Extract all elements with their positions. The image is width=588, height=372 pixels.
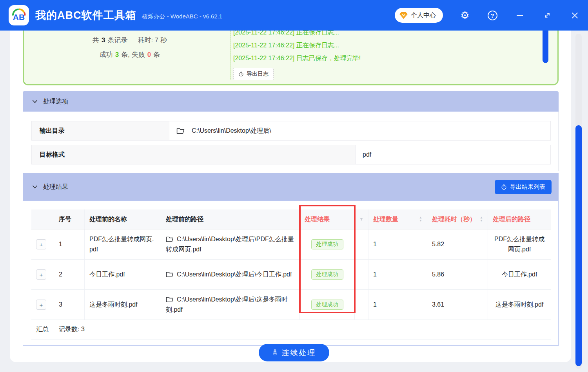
rocket-icon [272,349,278,356]
table-header-row: 序号 处理前的名称 处理前的路径 处理结果 处理数量 ▲▼ 处理耗时（秒） ▲▼… [31,209,551,229]
cell-path-after: 今日工作.pdf [502,269,537,280]
expand-row-button[interactable]: + [36,269,46,280]
cell-path-after: PDF怎么批量转成网页.pdf [493,234,546,255]
chevron-down-icon [32,99,38,104]
header-name-before: 处理前的名称 [85,209,161,229]
results-section-title: 处理结果 [43,183,68,191]
expand-row-button[interactable]: + [36,300,46,310]
export-icon [501,184,507,190]
target-format-row: 目标格式 pdf [31,145,551,164]
cell-path-before: C:\Users\lin\Desktop\处理后\PDF怎么批量转成网页.pdf [166,234,295,255]
cell-name-before: PDF怎么批量转成网页.pdf [89,234,156,255]
app-logo: AB [9,5,29,25]
cell-elapsed: 5.82 [427,229,488,259]
maximize-button[interactable] [539,7,555,23]
vip-gem-icon [399,12,408,19]
minimize-button[interactable] [512,7,528,23]
close-button[interactable] [567,7,583,23]
header-expand [31,209,54,229]
success-prefix: 成功 [100,51,113,58]
app-title: 我的ABC软件工具箱 [35,8,136,22]
cell-funnel-spacer [355,260,368,289]
export-icon [238,71,244,77]
section-header-options[interactable]: 处理选项 [23,91,559,112]
user-center-label: 个人中心 [411,11,436,20]
cell-quantity: 1 [368,229,427,259]
section-header-results[interactable]: 处理结果 导出结果列表 [23,173,559,200]
page-scrollbar-thumb[interactable] [575,125,582,366]
header-elapsed[interactable]: 处理耗时（秒） ▲▼ [427,209,488,229]
status-badge: 处理成功 [311,300,343,310]
process-summary-panel: 共3条记录耗时: 7 秒 成功3条, 失败0条 [2025-11-22 17:4… [23,23,559,85]
table-summary-row: 汇总 记录数: 3 [31,320,551,339]
user-center-button[interactable]: 个人中心 [395,8,443,23]
log-entry: [2025-11-22 17:46:22] 正在保存日志... [233,42,339,50]
total-unit: 条记录 [107,36,127,44]
folder-icon [166,236,174,242]
total-prefix: 共 [93,36,99,44]
cell-funnel-spacer [355,290,368,320]
export-log-button[interactable]: 导出日志 [233,68,274,80]
options-section-title: 处理选项 [43,98,68,106]
log-list: [2025-11-22 17:46:22] 正在保存日志... [2025-11… [233,24,542,84]
summary-label: 汇总 [31,320,54,339]
header-quantity[interactable]: 处理数量 ▲▼ [368,209,427,229]
continue-label: 连续处理 [282,348,316,358]
log-entry: [2025-11-22 17:46:22] 日志已保存，处理完毕! [233,54,361,63]
status-badge: 处理成功 [311,269,343,280]
sort-icon[interactable]: ▲▼ [480,216,483,222]
cell-path-after: 这是冬雨时刻.pdf [495,300,544,310]
tail-unit: 条 [153,51,160,58]
header-index: 序号 [54,209,85,229]
cell-elapsed: 5.86 [427,260,488,289]
status-badge: 处理成功 [311,239,343,249]
export-log-label: 导出日志 [247,70,269,78]
success-count: 3 [115,51,119,58]
header-path-after: 处理后的路径 [488,209,551,229]
titlebar: AB 我的ABC软件工具箱 核烁办公 - WodeABC - v6.62.1 个… [0,0,588,31]
output-dir-value[interactable]: C:\Users\lin\Desktop\处理后\ [169,121,550,140]
expand-row-button[interactable]: + [36,239,46,249]
elapsed-text: 耗时: 7 秒 [138,36,167,44]
cell-name-before: 今日工作.pdf [89,269,125,280]
folder-icon [166,296,174,303]
export-results-button[interactable]: 导出结果列表 [495,180,552,194]
chevron-down-icon [32,184,38,190]
cell-path-before: C:\Users\lin\Desktop\处理后\今日工作.pdf [166,269,292,280]
help-glyph: ? [488,11,497,20]
cell-elapsed: 3.61 [427,290,488,320]
results-table-panel: 序号 处理前的名称 处理前的路径 处理结果 处理数量 ▲▼ 处理耗时（秒） ▲▼… [23,200,559,346]
table-row: + 1 PDF怎么批量转成网页.pdf C:\Users\lin\Desktop… [31,229,551,260]
output-dir-label: 输出目录 [32,121,169,140]
target-format-label: 目标格式 [32,145,355,164]
header-elapsed-label: 处理耗时（秒） [432,215,476,224]
output-dir-path: C:\Users\lin\Desktop\处理后\ [192,127,271,135]
sort-icon[interactable]: ▲▼ [419,216,422,222]
results-table: 序号 处理前的名称 处理前的路径 处理结果 处理数量 ▲▼ 处理耗时（秒） ▲▼… [31,209,551,339]
cell-index: 2 [54,260,85,289]
target-format-value[interactable]: pdf [355,145,550,164]
table-row: + 3 这是冬雨时刻.pdf C:\Users\lin\Desktop\处理后\… [31,290,551,320]
fail-label: 条, 失败 [121,51,145,58]
page-scrollbar-track[interactable] [575,34,582,369]
continue-processing-button[interactable]: 连续处理 [259,344,329,361]
sort-desc-icon[interactable]: ▼ [419,219,422,222]
header-result: 处理结果 [300,209,355,229]
folder-icon [166,271,174,278]
options-panel: 输出目录 C:\Users\lin\Desktop\处理后\ 目标格式 pdf [23,112,559,171]
sort-desc-icon[interactable]: ▼ [480,219,483,222]
cell-index: 1 [54,229,85,259]
cell-quantity: 1 [368,260,427,289]
help-icon[interactable]: ? [485,7,500,23]
panel-divider [230,29,231,79]
summary-total-line: 共3条记录耗时: 7 秒 [36,36,224,45]
filter-funnel-icon[interactable] [355,209,368,229]
output-dir-row: 输出目录 C:\Users\lin\Desktop\处理后\ [31,121,551,141]
cell-index: 3 [54,290,85,320]
cell-path-before: C:\Users\lin\Desktop\处理后\这是冬雨时刻.pdf [166,294,295,315]
settings-gear-icon[interactable]: ⚙ [457,7,473,23]
cell-funnel-spacer [355,229,368,259]
app-subtitle: 核烁办公 - WodeABC - v6.62.1 [142,13,223,20]
table-row: + 2 今日工作.pdf C:\Users\lin\Desktop\处理后\今日… [31,260,551,290]
cell-quantity: 1 [368,290,427,320]
